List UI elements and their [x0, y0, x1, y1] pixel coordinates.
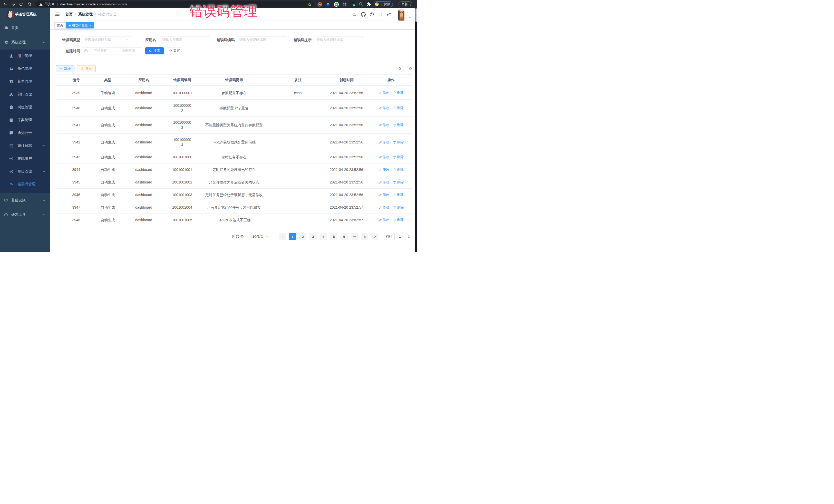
extension-grid-icon[interactable] [341, 0, 348, 8]
delete-row-button[interactable]: 删除 [393, 192, 404, 197]
filter-code-input[interactable]: 请输入错误码编码 [237, 36, 286, 43]
edit-row-button[interactable]: 修改 [378, 180, 389, 185]
column-header-创建时间: 创建时间 [324, 75, 369, 85]
page-button-4[interactable]: 4 [320, 233, 327, 240]
url-host[interactable]: dashboard.yudao.iocoder.cn [60, 3, 101, 6]
extension-orange-icon[interactable] [316, 0, 323, 8]
sidebar-item-通知公告[interactable]: 通知公告 [0, 127, 50, 139]
header-search-icon[interactable] [350, 8, 358, 21]
bookmark-star-icon[interactable] [307, 0, 313, 8]
sidebar-item-在线用户[interactable]: 在线用户 [0, 152, 50, 165]
page-button-1[interactable]: 1 [289, 233, 296, 240]
extension-key-icon[interactable] [358, 0, 365, 8]
sidebar-item-首页[interactable]: 首页 [0, 21, 50, 35]
delete-row-button[interactable]: 删除 [393, 154, 404, 160]
delete-row-button[interactable]: 删除 [393, 106, 404, 111]
edit-row-button[interactable]: 修改 [378, 90, 389, 95]
delete-row-button[interactable]: 删除 [393, 167, 404, 172]
browser-forward-icon[interactable] [9, 0, 17, 8]
extension-blue-diamond-icon[interactable] [325, 0, 331, 8]
sidebar-item-菜单管理[interactable]: 菜单管理 [0, 75, 50, 88]
user-menu-caret-icon[interactable] [409, 16, 412, 21]
page-button-8[interactable]: 8 [361, 233, 368, 240]
add-button[interactable]: 新增 [56, 65, 74, 72]
delete-row-button[interactable]: 删除 [393, 90, 404, 95]
sidebar-logo[interactable]: 芋道管理系统 [0, 8, 50, 21]
paused-extension-pill[interactable]: 已暂停 [374, 1, 393, 7]
delete-row-button[interactable]: 删除 [393, 217, 404, 222]
reset-button[interactable]: 重置 [167, 47, 182, 54]
delete-row-button[interactable]: 删除 [393, 205, 404, 210]
font-size-icon[interactable] [385, 8, 393, 21]
extension-green-circle-icon[interactable] [333, 0, 340, 8]
github-icon[interactable] [359, 8, 367, 21]
sidebar-item-系统管理[interactable]: 系统管理 [0, 35, 50, 49]
sidebar-item-基础设施[interactable]: 基础设施 [0, 193, 50, 207]
filter-msg-input[interactable]: 请输入错误码提示 [313, 36, 363, 43]
delete-row-button[interactable]: 删除 [393, 123, 404, 128]
browser-home-icon[interactable] [26, 0, 33, 8]
show-search-toggle-button[interactable] [396, 65, 403, 72]
edit-row-button[interactable]: 修改 [378, 139, 389, 145]
refresh-table-button[interactable] [407, 65, 414, 72]
help-icon[interactable] [368, 8, 376, 21]
address-bar[interactable]: 不安全 dashboard.yudao.iocoder.cn/system/er… [36, 1, 314, 7]
page-size-select[interactable]: 10条/页 [248, 233, 273, 240]
url-path[interactable]: /system/error-code [101, 3, 127, 6]
sidebar-item-用户管理[interactable]: 用户管理 [0, 49, 50, 62]
sidebar-item-研发工具[interactable]: 研发工具 [0, 207, 50, 222]
tag-error-code[interactable]: 错误码管理 ✕ [66, 22, 94, 28]
filter-date-range[interactable]: 开始日期 - 结束日期 [82, 47, 141, 54]
sidebar-item-短信管理[interactable]: 短信管理 [0, 165, 50, 178]
edit-row-button[interactable]: 修改 [378, 154, 389, 160]
date-end-placeholder[interactable]: 结束日期 [115, 48, 141, 53]
security-label[interactable]: 不安全 [45, 2, 54, 6]
delete-row-button[interactable]: 删除 [393, 139, 404, 145]
user-avatar[interactable] [398, 9, 404, 21]
page-scrollbar[interactable] [415, 8, 417, 252]
scrollbar-thumb[interactable] [415, 8, 417, 22]
delete-row-button[interactable]: 删除 [393, 180, 404, 185]
edit-row-button[interactable]: 修改 [378, 167, 389, 172]
column-header-编号: 编号 [56, 75, 97, 85]
page-button-3[interactable]: 3 [309, 233, 317, 240]
page-button-5[interactable]: 5 [330, 233, 337, 240]
search-button[interactable]: 搜索 [145, 47, 164, 54]
edit-row-button[interactable]: 修改 [378, 217, 389, 222]
cell-错误码编码: 1001001002 [169, 176, 196, 188]
goto-page-input[interactable]: 1 [394, 233, 405, 240]
browser-reload-icon[interactable] [18, 0, 25, 8]
tag-close-icon[interactable]: ✕ [89, 24, 91, 27]
edit-row-button[interactable]: 修改 [378, 205, 389, 210]
sidebar-toggle-icon[interactable] [55, 12, 60, 18]
dict-icon [9, 118, 13, 122]
sidebar-item-角色管理[interactable]: 角色管理 [0, 62, 50, 75]
next-page-button[interactable] [372, 233, 378, 240]
sidebar-item-部门管理[interactable]: 部门管理 [0, 88, 50, 101]
sidebar-item-字典管理[interactable]: 字典管理 [0, 114, 50, 127]
breadcrumb-home[interactable]: 首页 [65, 12, 73, 17]
prev-page-button[interactable] [279, 233, 286, 240]
browser-update-pill[interactable]: 更新 [398, 1, 412, 7]
breadcrumb-system[interactable]: 系统管理 [78, 12, 93, 17]
fullscreen-icon[interactable] [376, 8, 385, 21]
filter-app-input[interactable]: 请输入应用名 [160, 36, 209, 43]
edit-row-button[interactable]: 修改 [378, 123, 389, 128]
more-pages-button[interactable]: ••• [351, 233, 358, 240]
sidebar-item-审计日志[interactable]: 审计日志 [0, 139, 50, 152]
tag-home[interactable]: 首页 [54, 22, 66, 28]
browser-back-icon[interactable] [2, 0, 9, 8]
sidebar-item-错误码管理[interactable]: 错误码管理 [0, 178, 50, 191]
edit-row-button[interactable]: 修改 [378, 106, 389, 111]
date-start-placeholder[interactable]: 开始日期 [88, 48, 113, 53]
export-button[interactable]: 导出 [77, 65, 96, 72]
browser-menu-icon[interactable] [410, 3, 411, 6]
filter-type-select[interactable]: 请选择错误码类型 [82, 36, 131, 43]
edit-row-button[interactable]: 修改 [378, 192, 389, 197]
extension-tabs-on-icon[interactable]: on [350, 0, 356, 8]
sidebar-item-岗位管理[interactable]: 岗位管理 [0, 101, 50, 114]
extensions-puzzle-icon[interactable] [366, 0, 372, 8]
cell-备注 [272, 151, 324, 163]
page-button-2[interactable]: 2 [299, 233, 306, 240]
page-button-6[interactable]: 6 [341, 233, 348, 240]
